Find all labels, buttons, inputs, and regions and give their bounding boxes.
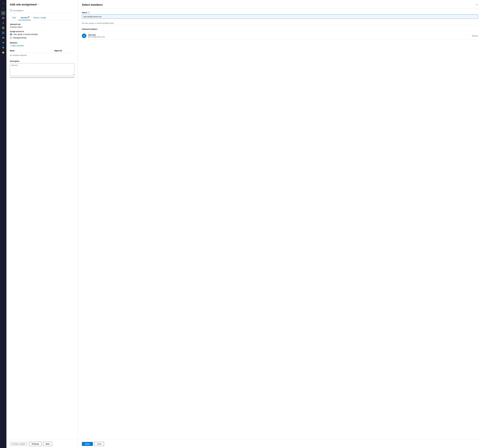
svg-rect-7 (2, 27, 3, 28)
radio-managed-identity-circle (10, 37, 12, 39)
tab-members[interactable]: Members (18, 16, 31, 20)
tab-role[interactable]: Role (10, 16, 18, 20)
scrollbar[interactable] (10, 77, 74, 78)
member-row: JD Jane Doe jane.doe@contoso.com Remove (82, 32, 478, 40)
feedback-text: Got feedback? (13, 10, 23, 11)
fish-icon[interactable] (1, 40, 5, 45)
remove-button[interactable]: Remove (472, 35, 478, 37)
svg-marker-16 (4, 42, 4, 43)
svg-rect-21 (10, 10, 12, 11)
chevron-right-icon[interactable]: » (1, 1, 5, 5)
ellipsis-menu[interactable]: ··· (38, 3, 40, 6)
svg-rect-1 (3, 12, 3, 14)
left-panel-content: Add role assignment ··· Got feedback? Ro… (6, 0, 78, 440)
right-panel-title: Select members (82, 3, 103, 6)
svg-marker-18 (2, 47, 4, 49)
svg-rect-5 (2, 18, 4, 18)
member-email: jane.doe@contoso.com (88, 36, 470, 38)
radio-group: User, group, or service principal Manage… (10, 33, 74, 39)
previous-button[interactable]: Previous (29, 442, 42, 446)
tabs: Role Members Review + assign (10, 16, 74, 20)
svg-rect-4 (2, 17, 4, 17)
coin-icon[interactable]: $ (1, 50, 5, 55)
right-panel-footer: Select Close (78, 440, 482, 448)
assign-access-label: Assign access to (10, 31, 74, 32)
close-button[interactable]: Close (94, 442, 104, 446)
select-label: Select i (82, 12, 478, 14)
grid-icon[interactable] (1, 26, 5, 30)
table-row-empty: No members selected (10, 53, 74, 58)
member-name: Jane Doe (88, 34, 470, 36)
sidebar: » + ★ SQL (0, 0, 6, 448)
chart-icon[interactable] (1, 11, 5, 15)
radio-managed-identity[interactable]: Managed identity (10, 37, 74, 39)
members-dot (28, 16, 29, 17)
radio-user-group[interactable]: User, group, or service principal (10, 33, 74, 35)
next-button[interactable]: Next (43, 442, 52, 446)
right-panel-header: Select members × (78, 0, 482, 9)
members-label: Members (10, 42, 74, 44)
feedback-icon (10, 9, 12, 12)
description-textarea[interactable] (10, 63, 74, 76)
bottom-bar: Review + assign Previous Next (6, 440, 78, 448)
svg-rect-8 (3, 27, 4, 28)
svg-rect-9 (2, 28, 3, 29)
review-assign-button[interactable]: Review + assign (10, 442, 28, 446)
svg-text:$: $ (3, 52, 3, 53)
svg-point-15 (2, 42, 4, 43)
description-label: Description (10, 60, 74, 62)
right-panel: Select members × Select i // Set the sea… (78, 0, 482, 448)
layers-icon[interactable] (1, 31, 5, 35)
svg-rect-10 (3, 28, 4, 29)
search-input[interactable] (82, 15, 478, 19)
member-info: Jane Doe jane.doe@contoso.com (88, 34, 470, 38)
members-section: Members + Select members Name Object ID (10, 42, 74, 58)
no-results-text: No users, groups, or service principals … (82, 21, 478, 25)
select-button[interactable]: Select (82, 442, 93, 446)
info-icon[interactable]: i (88, 12, 90, 14)
empty-message: No members selected (10, 53, 54, 58)
tab-review-assign[interactable]: Review + assign (31, 16, 48, 20)
feedback-bar[interactable]: Got feedback? (10, 8, 74, 13)
radio-user-group-circle (10, 33, 12, 35)
close-icon[interactable]: × (476, 3, 478, 7)
right-panel-body: Select i // Set the search input value a… (78, 9, 482, 440)
star-icon[interactable]: ★ (1, 21, 5, 25)
col-name: Name (10, 49, 54, 53)
selected-role-label: Selected role (10, 23, 74, 25)
svg-rect-6 (2, 18, 4, 19)
svg-rect-0 (2, 13, 3, 14)
left-panel: Add role assignment ··· Got feedback? Ro… (6, 0, 78, 448)
members-table: Name Object ID No members selected (10, 49, 74, 58)
svg-rect-3 (4, 12, 4, 14)
page-title-text: Add role assignment (10, 3, 37, 6)
select-members-link[interactable]: + Select members (10, 45, 74, 47)
menu-icon[interactable] (1, 16, 5, 20)
plus-icon[interactable]: + (1, 6, 5, 10)
col-objectid: Object ID (54, 49, 74, 53)
svg-text:SQL: SQL (3, 37, 4, 38)
page-title: Add role assignment ··· (10, 3, 74, 6)
selected-role-value: Chamber Admin (10, 26, 74, 28)
avatar: JD (82, 33, 86, 38)
description-section: Description (10, 60, 74, 78)
svg-rect-12 (3, 32, 4, 33)
plus-icon-link: + (10, 45, 11, 47)
database-icon[interactable]: SQL (1, 36, 5, 40)
svg-point-17 (3, 42, 3, 43)
svg-rect-2 (3, 13, 4, 14)
selected-members-label: Selected members: (82, 28, 478, 30)
select-members-text: Select members (11, 45, 24, 47)
main-area: Add role assignment ··· Got feedback? Ro… (6, 0, 482, 448)
diamond-icon[interactable] (1, 45, 5, 50)
